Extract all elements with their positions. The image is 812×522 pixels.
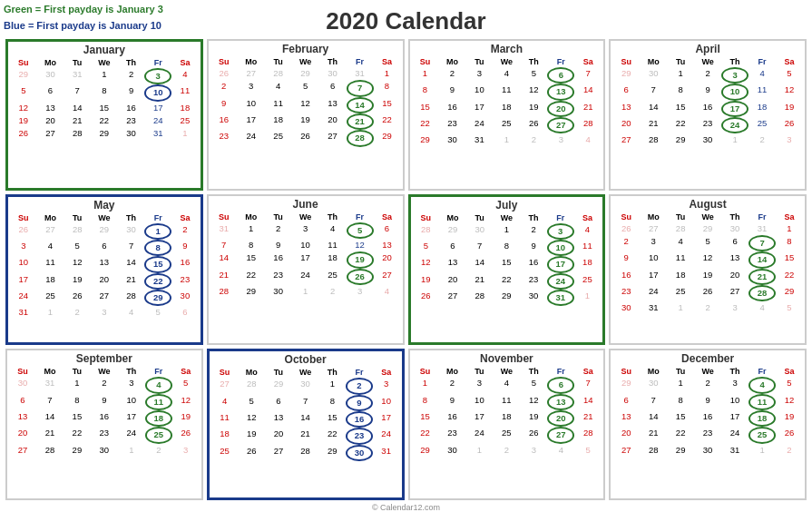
- day-cell: 28: [748, 285, 776, 301]
- month-name: October: [211, 353, 400, 366]
- day-cell: 12: [776, 84, 803, 100]
- day-cell: 25: [493, 427, 520, 443]
- day-headers: SuMoTuWeThFrSa: [612, 56, 803, 67]
- day-cell: 31: [640, 301, 667, 314]
- day-cell: 31: [373, 445, 400, 461]
- day-cell: 24: [721, 117, 748, 133]
- day-cell: 23: [694, 117, 721, 133]
- day-cell: 27: [374, 269, 401, 285]
- day-cell: 10: [465, 84, 493, 100]
- day-cell: 30: [319, 67, 347, 80]
- day-cell: 30: [721, 222, 748, 235]
- day-cell: 11: [748, 84, 776, 100]
- day-cell: 21: [574, 410, 602, 427]
- day-cell: 17: [118, 410, 145, 427]
- day-cell: 25: [748, 427, 776, 443]
- day-cell: 22: [667, 427, 694, 443]
- day-cell: 22: [412, 427, 439, 443]
- day-cell: 27: [547, 427, 574, 443]
- day-cell: 7: [64, 84, 91, 101]
- day-cell: 17: [238, 113, 265, 130]
- day-cell: 14: [347, 97, 374, 113]
- day-cell: 15: [667, 101, 694, 117]
- day-cell: 24: [10, 290, 37, 306]
- day-cell: 2: [438, 67, 465, 84]
- week-row: 13141516171819: [9, 410, 200, 427]
- day-cell: 13: [319, 97, 347, 113]
- day-cell: 9: [171, 240, 199, 256]
- day-cell: 3: [10, 240, 37, 256]
- day-cell: 11: [574, 240, 602, 256]
- day-cell: 9: [520, 240, 547, 256]
- day-cell: 8: [144, 240, 171, 256]
- day-cell: 8: [318, 395, 346, 411]
- day-cell: 15: [667, 410, 694, 427]
- day-cell: 31: [36, 377, 64, 393]
- week-row: 14151617181920: [210, 251, 401, 268]
- month-name: May: [10, 199, 199, 212]
- day-cell: 26: [292, 130, 319, 146]
- day-cell: 22: [776, 269, 803, 285]
- day-cell: 20: [547, 410, 574, 427]
- day-cell: 22: [144, 273, 171, 290]
- month-january: JanuarySuMoTuWeThFrSa2930311234567891011…: [5, 39, 203, 191]
- day-cell: 3: [118, 377, 145, 393]
- day-cell: 29: [238, 285, 265, 298]
- day-cell: 29: [374, 130, 401, 146]
- week-row: 13141516171819: [612, 410, 803, 427]
- day-cell: 28: [574, 427, 602, 443]
- month-name: June: [210, 198, 401, 211]
- day-cell: 2: [346, 378, 373, 394]
- day-cell: 27: [547, 117, 574, 133]
- day-cell: 22: [318, 428, 346, 444]
- month-december: DecemberSuMoTuWeThFrSa293012345678910111…: [609, 349, 807, 500]
- month-september: SeptemberSuMoTuWeThFrSa30311234567891011…: [5, 349, 203, 500]
- day-cell: 1: [412, 67, 439, 84]
- week-row: 2627282930311: [612, 222, 803, 235]
- day-cell: 9: [346, 395, 373, 411]
- day-cell: 31: [721, 444, 748, 457]
- day-cell: 7: [466, 240, 494, 256]
- day-cell: 10: [292, 239, 319, 251]
- day-cell: 22: [64, 427, 91, 443]
- day-cell: 26: [347, 269, 374, 285]
- day-cell: 29: [265, 378, 292, 394]
- week-row: 6789101112: [612, 394, 803, 410]
- day-cell: 11: [493, 84, 520, 100]
- day-cell: 15: [318, 411, 346, 428]
- day-cell: 28: [466, 290, 494, 306]
- day-cell: 3: [347, 285, 374, 298]
- day-cell: 27: [265, 445, 292, 461]
- day-cell: 27: [37, 127, 64, 140]
- day-cell: 9: [694, 394, 721, 410]
- day-headers: SuMoTuWeThFrSa: [9, 366, 200, 377]
- day-cell: 11: [171, 84, 199, 101]
- day-cell: 4: [748, 67, 776, 84]
- month-april: AprilSuMoTuWeThFrSa293012345678910111213…: [609, 39, 807, 191]
- day-cell: 14: [36, 410, 64, 427]
- day-cell: 5: [694, 235, 721, 251]
- day-cell: 9: [438, 84, 465, 100]
- week-row: 1234567: [412, 377, 602, 393]
- day-cell: 30: [520, 290, 547, 306]
- month-may: MaySuMoTuWeThFrSa26272829301234567891011…: [5, 194, 203, 346]
- day-cell: 11: [319, 239, 347, 251]
- day-cell: 29: [91, 127, 118, 140]
- day-cell: 5: [520, 67, 547, 84]
- day-cell: 13: [265, 411, 292, 428]
- day-cell: 16: [118, 102, 145, 114]
- day-cell: 3: [91, 306, 118, 319]
- week-row: 27282930123: [612, 133, 803, 146]
- week-row: 293012345: [412, 444, 602, 457]
- day-cell: 15: [494, 256, 521, 272]
- day-cell: 6: [374, 222, 401, 239]
- day-cell: 24: [721, 427, 748, 443]
- day-cell: 13: [721, 251, 748, 268]
- week-row: 2627282930311: [10, 127, 199, 140]
- month-name: January: [10, 44, 199, 56]
- day-cell: 4: [265, 80, 292, 96]
- copyright: © Calendar12.com: [0, 503, 812, 512]
- day-cell: 1: [667, 301, 694, 314]
- day-cell: 8: [374, 80, 401, 96]
- day-cell: 7: [574, 67, 602, 84]
